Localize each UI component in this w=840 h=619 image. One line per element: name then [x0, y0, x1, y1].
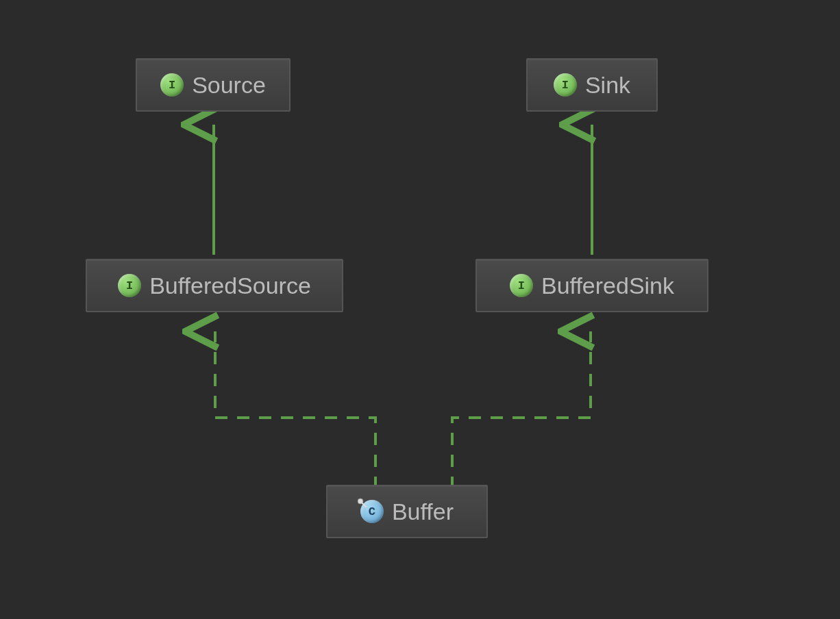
node-sink[interactable]: I Sink	[526, 58, 658, 112]
arrow-buffer-to-bufferedsink	[452, 331, 591, 511]
node-label: BufferedSink	[541, 273, 674, 299]
icon-letter: I	[126, 279, 133, 292]
node-label: BufferedSource	[149, 273, 311, 299]
icon-letter: C	[369, 505, 375, 518]
interface-icon: I	[554, 73, 577, 97]
svg-point-0	[358, 498, 363, 504]
arrow-buffer-to-bufferedsource	[215, 331, 375, 511]
node-label: Buffer	[392, 498, 454, 525]
interface-icon: I	[118, 274, 141, 297]
node-label: Source	[192, 72, 266, 99]
icon-letter: I	[562, 79, 569, 92]
icon-letter: I	[169, 79, 175, 92]
node-buffered-sink[interactable]: I BufferedSink	[475, 259, 708, 312]
interface-icon: I	[510, 274, 533, 297]
node-source[interactable]: I Source	[136, 58, 291, 112]
node-label: Sink	[585, 72, 630, 99]
icon-letter: I	[518, 279, 525, 292]
diagram-canvas: I Source I Sink I BufferedSource I Buffe…	[0, 0, 840, 619]
class-icon: C	[360, 500, 384, 523]
node-buffer[interactable]: C Buffer	[326, 485, 488, 538]
node-buffered-source[interactable]: I BufferedSource	[86, 259, 343, 312]
interface-icon: I	[160, 73, 184, 97]
